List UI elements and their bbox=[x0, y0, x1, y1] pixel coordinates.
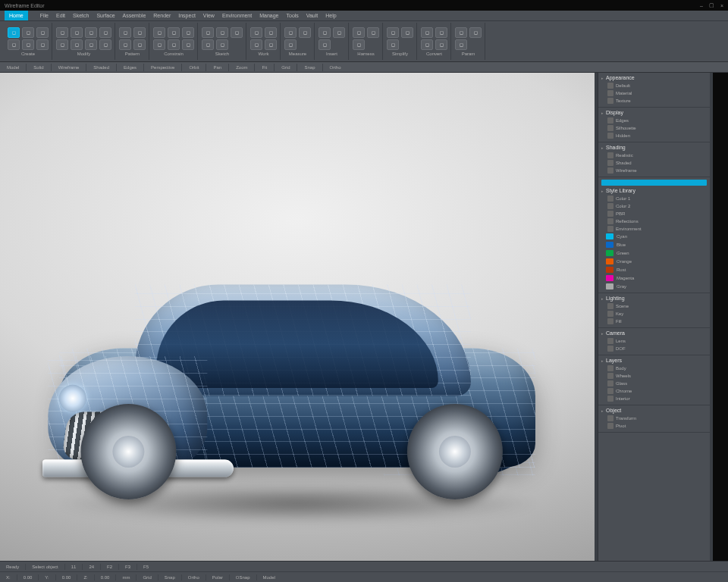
viewport[interactable] bbox=[0, 73, 595, 561]
toolbar-segment[interactable]: Pan bbox=[211, 65, 224, 70]
color-swatch[interactable]: Rust bbox=[606, 266, 707, 274]
ribbon-button[interactable]: ◻ bbox=[182, 39, 194, 50]
toolbar-segment[interactable]: Shaded bbox=[91, 65, 111, 70]
toolbar-segment[interactable]: Wireframe bbox=[56, 65, 82, 70]
ribbon-button[interactable]: ◻ bbox=[353, 39, 365, 50]
menu-environment[interactable]: Environment bbox=[222, 13, 252, 18]
ribbon-button[interactable]: ◻ bbox=[85, 39, 97, 50]
panel-row[interactable]: Color 1 bbox=[601, 195, 707, 202]
ribbon-button[interactable]: ◻ bbox=[71, 39, 83, 50]
ribbon-button[interactable]: ◻ bbox=[318, 27, 331, 38]
ribbon-button[interactable]: ◻ bbox=[153, 39, 165, 50]
status-segment[interactable]: 0.00 bbox=[99, 575, 111, 580]
panel-row[interactable]: Wheels bbox=[601, 372, 707, 380]
toolbar-segment[interactable]: Solid bbox=[31, 65, 46, 70]
ribbon-button[interactable]: ◻ bbox=[168, 39, 180, 50]
panel-row[interactable]: Shaded bbox=[601, 159, 707, 167]
panel-section-header[interactable]: ▸Layers bbox=[601, 358, 707, 363]
panel-row[interactable]: Body bbox=[601, 365, 707, 372]
status-segment[interactable]: X: bbox=[5, 575, 12, 580]
ribbon-button[interactable]: ◻ bbox=[367, 27, 379, 38]
ribbon-button[interactable]: ◻ bbox=[455, 27, 467, 38]
status-segment[interactable]: F2 bbox=[105, 565, 114, 569]
status-segment[interactable]: Ready bbox=[5, 565, 20, 569]
toolbar-segment[interactable]: Model bbox=[5, 65, 21, 70]
panel-row[interactable]: Chrome bbox=[601, 387, 707, 395]
toolbar-segment[interactable]: Grid bbox=[279, 65, 292, 70]
status-segment[interactable]: F5 bbox=[142, 565, 150, 569]
panel-row[interactable]: Interior bbox=[601, 395, 707, 402]
ribbon-button[interactable]: ◻ bbox=[387, 39, 399, 50]
ribbon-button[interactable]: ◻ bbox=[299, 27, 311, 38]
menu-file[interactable]: File bbox=[40, 13, 49, 18]
ribbon-button[interactable]: ◻ bbox=[71, 27, 83, 38]
menu-sketch[interactable]: Sketch bbox=[73, 13, 89, 18]
ribbon-button[interactable]: ◻ bbox=[250, 39, 262, 50]
color-swatch[interactable]: Blue bbox=[606, 241, 707, 249]
status-segment[interactable]: Select object bbox=[30, 565, 59, 569]
ribbon-button[interactable]: ◻ bbox=[56, 27, 68, 38]
panel-row[interactable]: Lens bbox=[601, 337, 707, 345]
panel-section-header[interactable]: ▸Lighting bbox=[601, 296, 707, 301]
ribbon-button[interactable]: ◻ bbox=[250, 27, 262, 38]
ribbon-button[interactable]: ◻ bbox=[153, 27, 165, 38]
status-segment[interactable]: 0.00 bbox=[22, 575, 34, 580]
ribbon-button[interactable]: ◻ bbox=[202, 27, 214, 38]
ribbon-button[interactable]: ◻ bbox=[284, 39, 297, 50]
panel-row[interactable]: Reflections bbox=[601, 217, 707, 225]
ribbon-button[interactable]: ◻ bbox=[216, 27, 228, 38]
minimize-button[interactable]: – bbox=[700, 3, 703, 8]
ribbon-button[interactable]: ◻ bbox=[421, 27, 433, 38]
menu-edit[interactable]: Edit bbox=[56, 13, 65, 18]
ribbon-button[interactable]: ◻ bbox=[333, 27, 345, 38]
ribbon-button[interactable]: ◻ bbox=[216, 39, 228, 50]
panel-row[interactable]: Wireframe bbox=[601, 167, 707, 174]
status-segment[interactable]: 11 bbox=[70, 565, 78, 569]
panel-section-header[interactable]: ▸Appearance bbox=[601, 75, 707, 80]
panel-row[interactable]: Color 2 bbox=[601, 202, 707, 210]
toolbar-segment[interactable]: Edges bbox=[121, 65, 139, 70]
ribbon-button[interactable]: ◻ bbox=[353, 27, 365, 38]
toolbar-segment[interactable]: Fit bbox=[259, 65, 269, 70]
ribbon-button[interactable]: ◻ bbox=[22, 27, 34, 38]
menu-help[interactable]: Help bbox=[325, 13, 336, 18]
menu-manage[interactable]: Manage bbox=[259, 13, 278, 18]
ribbon-button[interactable]: ◻ bbox=[202, 39, 214, 50]
ribbon-button[interactable]: ◻ bbox=[99, 39, 111, 50]
ribbon-button[interactable]: ◻ bbox=[119, 27, 131, 38]
ribbon-button[interactable]: ◻ bbox=[99, 27, 111, 38]
ribbon-button[interactable]: ◻ bbox=[421, 39, 433, 50]
panel-row[interactable]: Fill bbox=[601, 318, 707, 325]
status-segment[interactable]: Ortho bbox=[187, 575, 201, 580]
panel-row[interactable]: Pivot bbox=[601, 422, 707, 430]
status-segment[interactable]: Y: bbox=[43, 575, 50, 580]
status-segment[interactable]: Polar bbox=[211, 575, 224, 580]
toolbar-segment[interactable]: Zoom bbox=[234, 65, 249, 70]
panel-row[interactable]: Realistic bbox=[601, 152, 707, 159]
color-swatch[interactable]: Gray bbox=[606, 283, 707, 290]
toolbar-segment[interactable]: Snap bbox=[302, 65, 317, 70]
menu-inspect[interactable]: Inspect bbox=[178, 13, 196, 18]
status-segment[interactable]: Model bbox=[262, 575, 277, 580]
toolbar-segment[interactable]: Perspective bbox=[149, 65, 177, 70]
panel-row[interactable]: Edges bbox=[601, 117, 707, 124]
ribbon-button[interactable]: ◻ bbox=[455, 39, 467, 50]
menu-surface[interactable]: Surface bbox=[96, 13, 115, 18]
panel-row[interactable]: Transform bbox=[601, 415, 707, 422]
status-segment[interactable]: Grid bbox=[141, 575, 152, 580]
color-swatch[interactable]: Cyan bbox=[606, 233, 707, 240]
ribbon-button[interactable]: ◻ bbox=[265, 27, 277, 38]
ribbon-button[interactable]: ◻ bbox=[231, 27, 243, 38]
status-segment[interactable]: Snap bbox=[163, 575, 177, 580]
panel-row[interactable]: Default bbox=[601, 82, 707, 89]
panel-section-header[interactable]: ▸Shading bbox=[601, 145, 707, 150]
status-segment[interactable]: OSnap bbox=[234, 575, 252, 580]
ribbon-button[interactable]: ◻ bbox=[469, 27, 482, 38]
panel-row[interactable]: DOF bbox=[601, 345, 707, 352]
menu-assemble[interactable]: Assemble bbox=[123, 13, 146, 18]
ribbon-button[interactable]: ◻ bbox=[22, 39, 34, 50]
menu-render[interactable]: Render bbox=[153, 13, 171, 18]
maximize-button[interactable]: ▢ bbox=[709, 2, 714, 8]
panel-section-header[interactable]: ▸Display bbox=[601, 110, 707, 115]
close-button[interactable]: × bbox=[720, 3, 723, 8]
